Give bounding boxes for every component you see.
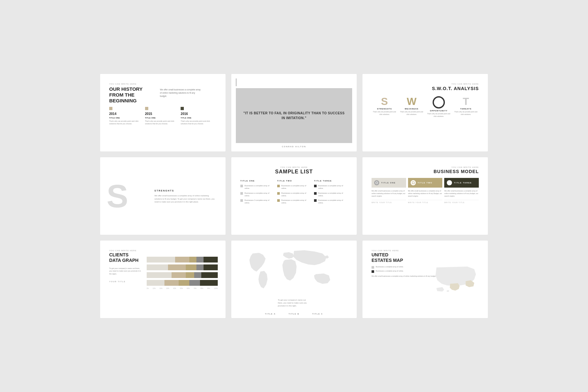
strengths-desc: We offer small businesses a complete arr…: [154, 194, 216, 204]
business-header-1: TITLE ONE: [372, 178, 406, 188]
list-item-text: Businesses a complete array of online.: [245, 192, 274, 197]
us-bullet-dark: [372, 270, 374, 273]
list-item: Businesses a complete array of online.: [277, 184, 311, 190]
slide-grid: YOU CAN WRITE HERE OUR HISTORY FROM THE …: [100, 74, 488, 318]
history-description: We offer small businesses a complete arr…: [160, 88, 202, 98]
swot-letter-o: O: [433, 96, 445, 108]
timeline-item-2: 2015 TITLE ONE That's why we provide poi…: [145, 107, 181, 125]
swot-item-t: T THREATS That's why we provide point an…: [453, 96, 479, 118]
bar-seg: [147, 272, 172, 278]
bar-row-3: [147, 272, 218, 278]
bar-seg: [201, 272, 218, 278]
business-link-1: WRITE YOUR TITLE: [372, 200, 406, 203]
list-item-text: Businesses a complete array of online.: [281, 199, 311, 204]
bar-track-4: [147, 280, 218, 286]
timeline-text-2: That's why we provide point and click so…: [145, 120, 178, 125]
bar-row-2: [147, 264, 218, 270]
slide-world-map: To get your company's name out there, yo…: [231, 241, 357, 318]
timeline-label-3: TITLE ONE: [181, 117, 214, 119]
slide-us-map: YOU CAN WRITE HERE UNITED ESTATES MAP Bu…: [362, 241, 488, 318]
swot-label-w: WEAKNESS: [399, 108, 425, 110]
bar-seg: [196, 257, 204, 263]
timeline-label-2: TITLE ONE: [145, 117, 178, 119]
list-item-text: Businesses a complete array of online.: [318, 192, 348, 197]
list-bullet: [314, 192, 317, 195]
world-map-area: [238, 246, 350, 297]
bar-seg: [200, 280, 218, 286]
slide-strengths: S STRENGHTS We offer small businesses a …: [100, 157, 226, 235]
bar-seg: [147, 280, 164, 286]
business-col-2: TITLE TWO We offer small businesses a co…: [408, 178, 443, 203]
swot-letter-w: W: [399, 96, 425, 107]
list-col-title-1: TITLE ONE: [240, 180, 274, 182]
bar-seg: [204, 264, 218, 270]
timeline-label-1: TITLE ONE: [109, 117, 142, 119]
quote-text: "IT IS BETTER TO FAIL IN ORIGINALITY THA…: [242, 111, 346, 120]
strengths-content: STRENGHTS We offer small businesses a co…: [154, 190, 216, 204]
list-item: Businesses a complete array of online.: [314, 192, 348, 197]
bar-seg: [196, 264, 204, 270]
slide-history: YOU CAN WRITE HERE OUR HISTORY FROM THE …: [100, 74, 226, 151]
list-item: Businesses a complete array of online.: [314, 184, 348, 190]
axis-label: 10%: [153, 288, 156, 289]
bar-seg: [194, 272, 201, 278]
swot-title: S.W.O.T. ANALYSIS: [372, 86, 479, 91]
business-icon-3: [447, 180, 452, 185]
list-item-text: Businesses a complete array of online.: [281, 184, 311, 190]
us-map-area: [433, 260, 485, 295]
business-header-title-3: TITLE THREE: [454, 182, 472, 184]
business-col-1: TITLE ONE We offer small businesses a co…: [372, 178, 406, 203]
bar-seg: [172, 272, 186, 278]
svg-point-0: [376, 182, 378, 184]
swot-eyebrow: YOU CAN WRITE HERE: [372, 83, 479, 85]
slide-quote: "IT IS BETTER TO FAIL IN ORIGINALITY THA…: [231, 74, 357, 151]
list-item-text: Businesses a complete array of online.: [281, 192, 311, 197]
list-item-text: Businesses 3 complete array of online.: [245, 199, 274, 204]
map-title-a: TITLE A: [265, 313, 276, 315]
business-link-3: WRITE YOUR TITLE: [444, 200, 479, 203]
bar-seg: [186, 272, 194, 278]
bar-chart: 0% 10% 20% 30% 40% 50% 60% 70% 80% 90% 1…: [147, 257, 218, 289]
business-header-title-1: TITLE ONE: [381, 182, 396, 184]
business-header-2: TITLE TWO: [408, 178, 443, 188]
bar-seg: [168, 264, 186, 270]
business-eyebrow: YOU CAN WRITE HERE: [372, 166, 479, 168]
big-letter-s: S: [107, 180, 128, 212]
graph-desc: To get your company's name out there, yo…: [109, 267, 142, 275]
business-desc-2: We offer small businesses a complete arr…: [408, 190, 443, 197]
list-item-text: Businesses a complete array of online.: [318, 199, 348, 204]
bar-seg: [147, 257, 175, 263]
bar-seg: [189, 280, 200, 286]
swot-label-o: OPPORTUNITY: [426, 110, 452, 112]
list-bullet: [240, 199, 243, 202]
swot-label-s: STRENGHTS: [372, 108, 397, 110]
bar-track-1: [147, 257, 218, 263]
timeline-text-1: That's why we provide point and click so…: [109, 120, 142, 125]
list-item-text: Businesses a complete array of online.: [318, 184, 348, 190]
list-bullet: [277, 185, 280, 187]
bar-seg: [175, 257, 189, 263]
swot-desc-s: That's why we provide point and click so…: [372, 111, 397, 116]
business-icon-2: [411, 180, 416, 185]
axis-label: 0%: [147, 288, 149, 289]
us-legend-text-2: Businesses a complete array of online.: [376, 270, 404, 273]
quote-author: CONRAD HILTON: [236, 146, 352, 148]
list-bullet: [314, 199, 317, 202]
list-item: Businesses 3 complete array of online.: [240, 199, 274, 204]
business-link-2: WRITE YOUR TITLE: [408, 200, 443, 203]
bar-seg: [179, 280, 189, 286]
axis-label: 20%: [160, 288, 163, 289]
list-title: SAMPLE LIST: [240, 169, 348, 175]
bar-track-2: [147, 264, 218, 270]
business-header-3: TITLE THREE: [444, 178, 479, 188]
map-title-c: TITLE C: [312, 313, 323, 315]
axis-label: 80%: [200, 288, 203, 289]
swot-desc-o: That's why we provide point and click so…: [426, 113, 452, 118]
list-item: Businesses a complete array of online.: [314, 199, 348, 204]
business-col-3: TITLE THREE We offer small businesses a …: [444, 178, 479, 203]
list-col-title-2: TITLE TWO: [277, 180, 311, 182]
history-eyebrow: YOU CAN WRITE HERE: [109, 83, 216, 85]
bar-seg: [189, 257, 196, 263]
business-columns: TITLE ONE We offer small businesses a co…: [372, 178, 479, 203]
strengths-title: STRENGHTS: [154, 190, 216, 192]
